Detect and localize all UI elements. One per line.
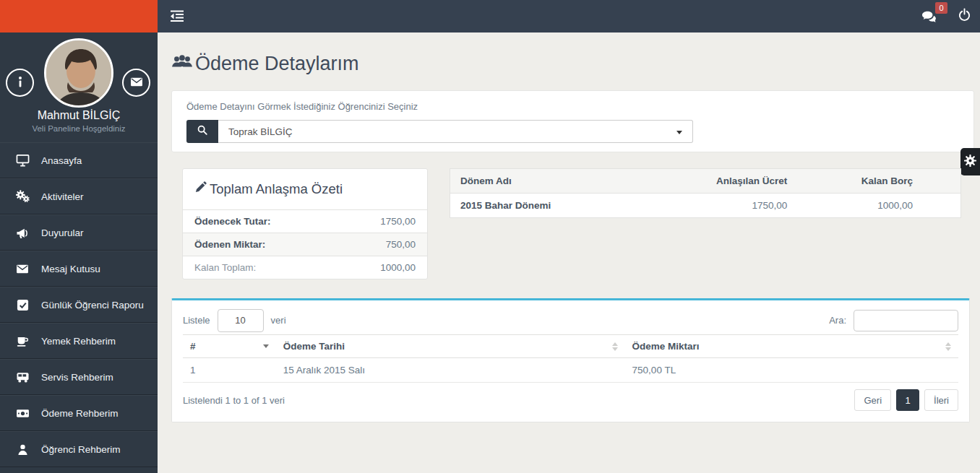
pagination-page-1[interactable]: 1 — [896, 389, 919, 411]
sidebar-menu: Anasayfa — [0, 142, 158, 467]
sidebar-toggle-button[interactable] — [170, 9, 184, 23]
payments-card: Listele 10 veri Ara: # — [171, 298, 970, 422]
message-button[interactable] — [122, 69, 150, 97]
period-cell: 1000,00 — [797, 194, 960, 218]
sidebar-item-label: Öğrenci Rehberim — [41, 444, 121, 455]
power-icon — [958, 12, 971, 24]
user-icon — [14, 443, 30, 456]
payments-header-date[interactable]: Ödeme Tarihi — [276, 335, 625, 358]
summary-row: Ödenecek Tutar: 1750,00 — [183, 209, 427, 233]
pencil-icon — [194, 181, 207, 197]
period-cell: 2015 Bahar Dönemi — [450, 194, 690, 218]
student-select[interactable]: Toprak BİLGİÇ — [218, 120, 693, 143]
sidebar-item-servis-rehberim[interactable]: Servis Rehberim — [0, 359, 158, 395]
payments-cell: 15 Aralık 2015 Salı — [276, 358, 625, 383]
main-content: Ödeme Detaylarım Ödeme Detayını Görmek İ… — [158, 32, 980, 473]
sidebar-item-gunluk-ogrenci-raporu[interactable]: Günlük Öğrenci Raporu — [0, 287, 158, 323]
profile-subtitle: Veli Paneline Hoşgeldiniz — [0, 124, 158, 133]
summary-row: Kalan Toplam: 1000,00 — [183, 256, 427, 279]
sidebar-item-odeme-rehberim[interactable]: Ödeme Rehberim — [0, 395, 158, 431]
sidebar-item-label: Yemek Rehberim — [41, 336, 116, 347]
money-icon — [14, 408, 30, 419]
avatar — [44, 38, 113, 108]
settings-panel-button[interactable] — [960, 148, 980, 175]
student-select-card: Ödeme Detayını Görmek İstediğiniz Öğrenc… — [171, 90, 974, 152]
sidebar-item-anasayfa[interactable]: Anasayfa — [0, 142, 158, 178]
outdent-icon — [170, 13, 184, 25]
summary-row-value: 750,00 — [386, 239, 416, 250]
sidebar-item-mesaj-kutusu[interactable]: Mesaj Kutusu — [0, 251, 158, 287]
page-length-select[interactable]: 10 — [218, 309, 264, 332]
food-icon — [14, 335, 30, 347]
student-select-value: Toprak BİLGİÇ — [228, 126, 293, 137]
sidebar-item-label: Anasayfa — [41, 155, 82, 166]
topbar: 0 — [0, 0, 980, 32]
chevron-down-icon — [676, 131, 682, 134]
summary-row: Ödenen Miktar: 750,00 — [183, 233, 427, 256]
period-table: Dönem Adı Anlaşılan Ücret Kalan Borç 201… — [450, 168, 961, 218]
info-icon — [15, 76, 25, 90]
sort-icon — [612, 342, 618, 351]
summary-title: Toplam Anlaşma Özeti — [210, 181, 343, 197]
profile-name: Mahmut BİLGİÇ — [0, 109, 158, 122]
student-select-label: Ödeme Detayını Görmek İstediğiniz Öğrenc… — [186, 101, 418, 112]
brand-logo-area — [0, 0, 158, 32]
table-row: 1 15 Aralık 2015 Salı 750,00 TL — [183, 358, 958, 383]
bullhorn-icon — [14, 227, 30, 239]
gear-icon — [964, 155, 976, 170]
sidebar-item-label: Mesaj Kutusu — [41, 264, 100, 274]
search-addon — [186, 120, 218, 143]
pagination: Geri 1 İleri — [854, 389, 958, 411]
sidebar-item-label: Duyurular — [41, 227, 84, 238]
search-input[interactable] — [854, 310, 958, 331]
payments-cell: 750,00 TL — [625, 358, 958, 383]
payments-table: # Ödeme Tarihi Ödeme Miktarı 1 — [183, 334, 958, 383]
period-table-header: Anlaşılan Ücret — [690, 169, 797, 194]
page-title: Ödeme Detaylarım — [171, 53, 359, 75]
messages-button[interactable]: 0 — [921, 10, 936, 23]
bus-icon — [14, 371, 30, 383]
pagination-next-button[interactable]: İleri — [924, 389, 958, 411]
sidebar-item-ogrenci-rehberim[interactable]: Öğrenci Rehberim — [0, 431, 158, 467]
sidebar-item-label: Günlük Öğrenci Raporu — [41, 300, 144, 311]
summary-row-label: Ödenen Miktar: — [194, 239, 265, 250]
search-label: Ara: — [829, 315, 846, 326]
envelope-icon — [14, 264, 30, 274]
sidebar-item-label: Aktiviteler — [41, 191, 84, 202]
agreement-summary-panel: Toplam Anlaşma Özeti Ödenecek Tutar: 175… — [182, 168, 428, 279]
info-button[interactable] — [6, 69, 34, 97]
profile-section: Mahmut BİLGİÇ Veli Paneline Hoşgeldiniz — [0, 32, 158, 142]
length-label-suffix: veri — [271, 315, 286, 326]
table-row: 2015 Bahar Dönemi 1750,00 1000,00 — [450, 194, 961, 218]
search-icon — [197, 124, 208, 139]
sidebar-item-label: Ödeme Rehberim — [41, 408, 119, 419]
summary-row-value: 1000,00 — [380, 262, 416, 273]
table-info: Listelendi 1 to 1 of 1 veri — [183, 395, 285, 406]
summary-row-label: Kalan Toplam: — [194, 262, 256, 273]
payments-header-index[interactable]: # — [183, 335, 276, 358]
chat-bubbles-icon — [921, 13, 936, 25]
payments-header-amount[interactable]: Ödeme Miktarı — [625, 335, 958, 358]
sidebar-item-aktiviteler[interactable]: Aktiviteler — [0, 178, 158, 214]
sidebar-item-duyurular[interactable]: Duyurular — [0, 214, 158, 251]
sidebar-item-label: Servis Rehberim — [41, 372, 113, 383]
sort-desc-icon — [263, 344, 269, 348]
messages-badge: 0 — [935, 2, 947, 14]
period-cell: 1750,00 — [690, 194, 797, 218]
length-label-prefix: Listele — [183, 315, 210, 326]
summary-row-label: Ödenecek Tutar: — [194, 216, 271, 227]
sidebar: Mahmut BİLGİÇ Veli Paneline Hoşgeldiniz … — [0, 32, 158, 473]
logout-button[interactable] — [958, 8, 971, 25]
sidebar-item-yemek-rehberim[interactable]: Yemek Rehberim — [0, 323, 158, 359]
users-icon — [171, 53, 193, 75]
pagination-prev-button[interactable]: Geri — [854, 389, 891, 411]
sort-icon — [945, 342, 951, 351]
payments-cell: 1 — [183, 358, 276, 383]
period-table-header: Dönem Adı — [450, 169, 690, 194]
monitor-icon — [14, 154, 30, 167]
summary-row-value: 1750,00 — [380, 216, 416, 227]
check-square-icon — [14, 299, 30, 311]
gears-icon — [14, 190, 30, 203]
envelope-icon — [130, 77, 143, 90]
period-table-header: Kalan Borç — [797, 169, 960, 194]
